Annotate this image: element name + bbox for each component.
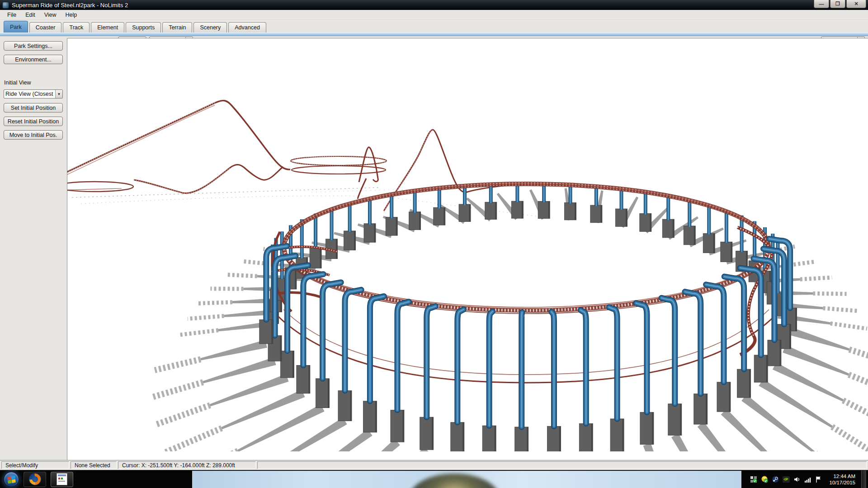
environment-button[interactable]: Environment... [4,55,63,64]
tab-terrain[interactable]: Terrain [162,22,192,33]
taskbar: 12:44 AM 10/17/2015 [0,470,868,488]
tab-bar: Park Coaster Track Element Supports Terr… [0,20,868,33]
3d-viewport[interactable] [67,38,868,460]
status-mode: Select/Modify [1,461,69,469]
windows-logo-icon [7,475,15,483]
nolimits-editor-icon [57,473,67,485]
tab-coaster[interactable]: Coaster [29,22,62,33]
taskbar-clock[interactable]: 12:44 AM 10/17/2015 [829,473,855,486]
move-to-initial-pos-button[interactable]: Move to Initial Pos. [4,130,63,140]
tray-sync-icon[interactable] [750,475,757,483]
tab-advanced[interactable]: Advanced [228,22,266,33]
menu-bar: File Edit View Help [0,10,868,20]
tab-track[interactable]: Track [63,22,90,33]
restore-icon[interactable]: ❐ [830,0,845,8]
app-icon [2,2,9,9]
tray-volume-icon[interactable] [793,475,801,483]
earth-wallpaper [409,474,500,488]
chevron-down-icon[interactable]: ▼ [55,90,62,98]
firefox-taskbar-button[interactable] [24,472,46,487]
front-ring-supports [259,239,797,451]
menu-help[interactable]: Help [61,11,82,19]
title-bar: Superman Ride of Steel.nl2park - NoLimit… [0,0,868,10]
tab-park[interactable]: Park [4,21,28,33]
minimize-icon[interactable]: — [814,0,829,8]
window-title: Superman Ride of Steel.nl2park - NoLimit… [12,2,128,9]
show-desktop-button[interactable] [861,470,866,488]
sidebar: Park Settings... Environment... Initial … [0,38,67,460]
start-button[interactable] [4,472,19,487]
tab-element[interactable]: Element [91,22,124,33]
initial-view-dropdown[interactable]: Ride View (Closest ▼ [4,89,63,99]
tab-supports[interactable]: Supports [126,22,161,33]
set-initial-position-button[interactable]: Set Initial Position [4,103,63,113]
tray-network-icon[interactable] [804,475,811,483]
status-bar: Select/Modify None Selected Cursor: X: -… [0,460,868,470]
close-icon[interactable]: ✕ [846,0,866,8]
system-tray: 12:44 AM 10/17/2015 [741,470,868,488]
menu-edit[interactable]: Edit [21,11,40,19]
tray-antivirus-icon[interactable] [760,475,768,483]
desktop: Superman Ride of Steel.nl2park - NoLimit… [0,0,868,488]
tab-accent-line [0,33,868,36]
reset-initial-position-button[interactable]: Reset Initial Position [4,117,63,126]
wallpaper-through-glass [192,471,741,488]
status-selection: None Selected [71,461,117,469]
firefox-icon [29,473,41,485]
tray-action-center-flag-icon[interactable] [815,475,822,483]
park-settings-button[interactable]: Park Settings... [4,41,63,51]
status-cursor-coordinates: Cursor: X: -251.500ft Y: -164.000ft Z: 2… [118,461,256,469]
coaster-scene [67,38,868,451]
status-empty-cell [257,461,867,469]
initial-view-label: Initial View [4,80,63,86]
clock-time: 12:44 AM [829,473,855,479]
tab-scenery[interactable]: Scenery [193,22,227,33]
tray-nvidia-icon[interactable] [782,475,790,483]
initial-view-value: Ride View (Closest [4,91,54,97]
nolimits-taskbar-button[interactable] [51,472,73,487]
tray-steam-icon[interactable] [771,475,779,483]
menu-file[interactable]: File [3,11,21,19]
clock-date: 10/17/2015 [829,479,855,486]
menu-view[interactable]: View [40,11,61,19]
